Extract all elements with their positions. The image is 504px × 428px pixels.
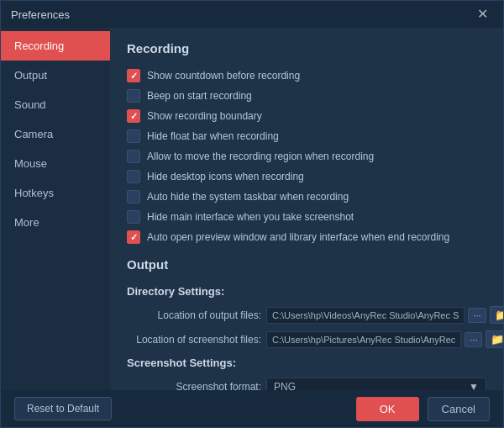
footer: Reset to Default OK Cancel xyxy=(1,390,503,427)
screenshot-path-folder-button[interactable]: 📁 xyxy=(486,330,503,348)
sidebar-item-more[interactable]: More xyxy=(1,208,110,237)
screenshot-settings-title: Screenshot Settings: xyxy=(127,357,486,369)
output-files-folder-button[interactable]: 📁 xyxy=(490,306,503,324)
main-content: Recording Output Sound Camera Mouse Hotk… xyxy=(1,28,503,390)
format-value: PNG xyxy=(274,381,296,390)
output-files-input-group: C:\Users\hp\Videos\AnyRec Studio\AnyRec … xyxy=(266,306,503,324)
title-bar: Preferences ✕ xyxy=(1,1,503,28)
checkbox-moveregion-label: Allow to move the recording region when … xyxy=(147,151,374,162)
checkbox-countdown: Show countdown before recording xyxy=(127,69,486,82)
checkbox-boundary-label: Show recording boundary xyxy=(147,110,262,122)
checkbox-desktopicons-label: Hide desktop icons when recording xyxy=(147,171,304,182)
checkbox-beep-input[interactable] xyxy=(127,89,140,103)
screenshot-path-label: Location of screenshot files: xyxy=(127,334,261,346)
checkbox-floatbar: Hide float bar when recording xyxy=(127,129,486,143)
checkbox-autopreview-label: Auto open preview window and library int… xyxy=(147,231,449,243)
output-section-title: Output xyxy=(127,257,486,275)
format-row: Screenshot format: PNG ▼ xyxy=(127,378,486,390)
screenshot-path-value: C:\Users\hp\Pictures\AnyRec Studio\AnyRe… xyxy=(266,331,461,348)
footer-actions: OK Cancel xyxy=(356,397,490,421)
recording-section-title: Recording xyxy=(127,41,486,59)
checkbox-moveregion: Allow to move the recording region when … xyxy=(127,150,486,163)
checkbox-autopreview-input[interactable] xyxy=(127,230,140,244)
reset-button[interactable]: Reset to Default xyxy=(14,397,112,420)
output-files-row: Location of output files: C:\Users\hp\Vi… xyxy=(127,306,486,324)
checkbox-moveregion-input[interactable] xyxy=(127,150,140,163)
screenshot-path-dots-button[interactable]: ··· xyxy=(465,332,482,347)
checkbox-maininterface: Hide main interface when you take screen… xyxy=(127,210,486,224)
checkbox-beep: Beep on start recording xyxy=(127,89,486,103)
content-area: Recording Show countdown before recordin… xyxy=(110,28,503,390)
checkbox-taskbar-label: Auto hide the system taskbar when record… xyxy=(147,191,349,203)
checkbox-maininterface-input[interactable] xyxy=(127,210,140,224)
checkbox-countdown-label: Show countdown before recording xyxy=(147,70,300,82)
output-files-label: Location of output files: xyxy=(127,309,261,321)
ok-button[interactable]: OK xyxy=(356,397,419,421)
output-files-dots-button[interactable]: ··· xyxy=(468,308,486,323)
checkbox-floatbar-label: Hide float bar when recording xyxy=(147,130,279,142)
checkbox-boundary-input[interactable] xyxy=(127,109,140,123)
sidebar: Recording Output Sound Camera Mouse Hotk… xyxy=(1,28,110,390)
sidebar-item-output[interactable]: Output xyxy=(1,61,110,90)
checkbox-desktopicons-input[interactable] xyxy=(127,170,140,183)
format-label: Screenshot format: xyxy=(127,381,261,390)
output-files-path: C:\Users\hp\Videos\AnyRec Studio\AnyRec … xyxy=(266,307,465,324)
checkbox-floatbar-input[interactable] xyxy=(127,129,140,143)
checkbox-taskbar: Auto hide the system taskbar when record… xyxy=(127,190,486,203)
sidebar-item-camera[interactable]: Camera xyxy=(1,119,110,149)
screenshot-path-row: Location of screenshot files: C:\Users\h… xyxy=(127,330,486,348)
sidebar-item-mouse[interactable]: Mouse xyxy=(1,149,110,178)
checkbox-desktopicons: Hide desktop icons when recording xyxy=(127,170,486,183)
output-section: Output Directory Settings: Location of o… xyxy=(127,257,486,390)
directory-settings-title: Directory Settings: xyxy=(127,285,486,298)
checkbox-maininterface-label: Hide main interface when you take screen… xyxy=(147,211,354,223)
checkbox-boundary: Show recording boundary xyxy=(127,109,486,123)
checkbox-taskbar-input[interactable] xyxy=(127,190,140,203)
close-button[interactable]: ✕ xyxy=(472,6,493,23)
chevron-down-icon: ▼ xyxy=(469,381,479,390)
format-select[interactable]: PNG ▼ xyxy=(266,378,486,390)
sidebar-item-sound[interactable]: Sound xyxy=(1,90,110,119)
checkbox-countdown-input[interactable] xyxy=(127,69,140,82)
preferences-dialog: Preferences ✕ Recording Output Sound Cam… xyxy=(0,0,504,428)
cancel-button[interactable]: Cancel xyxy=(428,397,490,421)
checkbox-beep-label: Beep on start recording xyxy=(147,90,252,102)
sidebar-item-recording[interactable]: Recording xyxy=(1,31,110,61)
sidebar-item-hotkeys[interactable]: Hotkeys xyxy=(1,178,110,208)
dialog-title: Preferences xyxy=(11,8,70,21)
screenshot-path-input-group: C:\Users\hp\Pictures\AnyRec Studio\AnyRe… xyxy=(266,330,503,348)
checkbox-autopreview: Auto open preview window and library int… xyxy=(127,230,486,244)
